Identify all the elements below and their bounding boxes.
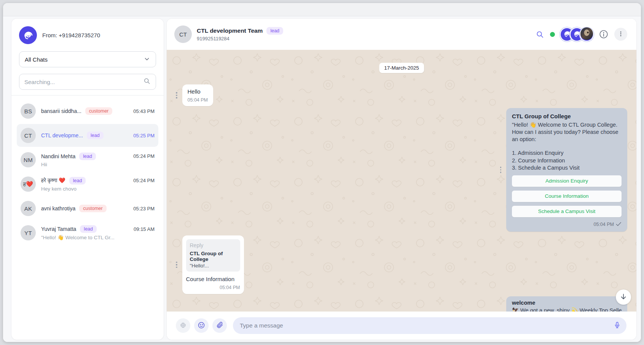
attach-file-button[interactable] [212,318,227,333]
admission-enquiry-button[interactable]: Admission Enquiry [512,175,622,187]
message-hello: Hello 05:04 PM [174,84,213,106]
chat-row-ctl-development[interactable]: CT CTL developme... lead 05:25 PM [17,124,158,147]
chat-panel: CT CTL development Team lead 91992511928… [167,19,636,340]
message-college-card: CTL Group of College "Hello! 👋 Welcome t… [499,108,628,232]
avatar: YT [21,225,36,240]
chat-header-actions [536,28,627,41]
message-text: Hello [188,88,208,95]
sidebar: From: +919428735270 All Chats BS [11,19,164,340]
outgoing-card-bubble: CTL Group of College "Hello! 👋 Welcome t… [506,108,627,232]
customer-badge: customer [85,107,112,115]
chat-preview: Hii [41,162,155,167]
chat-time: 05:25 PM [133,133,155,138]
chat-title: CTL development Team [197,27,263,34]
app-logo [19,26,37,44]
search-box [19,74,156,90]
message-input[interactable] [240,322,613,329]
message-time: 05:04 PM [186,285,240,290]
message-options-icon[interactable] [499,165,503,175]
template-message-button[interactable] [176,318,190,333]
incoming-reply-bubble: Reply CTL Group of College "Hello!... Co… [182,235,244,294]
card-title: CTL Group of College [512,113,622,119]
lead-badge: lead [266,27,283,35]
message-options-icon[interactable] [174,260,179,270]
voice-record-button[interactable] [613,321,621,330]
message-time: 05:04 PM [593,222,614,227]
chat-row-hare-krishna[interactable]: ह❤️ हरे कृष्णा ❤️ lead 05:24 PM Hey kem … [17,173,158,196]
search-icon [143,77,151,86]
smiley-icon [197,321,206,331]
avatar: CT [21,128,36,143]
chat-name: Nandini Mehta [41,153,75,159]
lead-badge: lead [69,177,86,184]
card-option-3: 3. Schedule a Campus Visit [512,164,622,172]
quoted-message[interactable]: Reply CTL Group of College "Hello!... [186,239,240,272]
message-options-icon[interactable] [174,91,179,100]
message-time: 05:04 PM [188,97,208,103]
composer-bar [167,312,636,340]
chat-name: bansarii siddha... [41,108,81,114]
search-input[interactable] [24,79,143,85]
arrow-down-icon [620,293,627,302]
chat-phone-number: 919925119284 [197,36,283,41]
chat-header: CT CTL development Team lead 91992511928… [167,19,636,50]
lead-badge: lead [87,132,104,139]
incoming-bubble: Hello 05:04 PM [182,84,214,106]
kebab-menu-icon [617,30,624,38]
chat-time: 05:43 PM [133,108,155,114]
message-welcome-partial: welcome 🦅 We got a new, shiny 💫 Weekly T… [506,296,627,312]
quoted-title: CTL Group of College [190,251,236,262]
course-information-button[interactable]: Course Information [512,191,622,202]
maximize-window-button[interactable] [26,7,31,12]
chat-time: 05:23 PM [133,206,155,211]
message-title: welcome [512,300,622,306]
scroll-to-bottom-button[interactable] [616,289,631,305]
avatar: ह❤️ [21,176,36,192]
agent-avatar-photo[interactable] [580,28,593,41]
headset-agent-icon [22,29,34,42]
window-titlebar [3,3,641,16]
app-window: From: +919428735270 All Chats BS [3,3,641,342]
avatar: NM [21,152,36,167]
chat-name: हरे कृष्णा ❤️ [41,177,65,184]
chat-menu-button[interactable] [614,28,627,41]
chat-row-bansarii[interactable]: BS bansarii siddha... customer 05:43 PM [17,100,158,122]
chat-time: 05:24 PM [133,178,155,183]
emoji-picker-button[interactable] [194,318,209,333]
agent-avatar-stack [561,28,593,41]
avatar: BS [21,103,36,119]
date-separator: 17-March-2025 [379,63,424,73]
message-input-container [233,317,626,334]
chat-row-yuvraj[interactable]: YT Yuvraj Tamatta lead 09:15 AM "Hello! … [17,221,158,244]
search-in-chat-button[interactable] [536,30,544,39]
chat-preview: "Hello! 👋 Welcome to CTL Gr... [41,234,155,240]
headset-agent-icon [563,29,571,39]
chevron-down-icon [143,56,150,64]
chat-filter-select[interactable]: All Chats [19,51,156,67]
microphone-icon [613,321,621,330]
chat-name: CTL developme... [41,132,83,138]
reply-label: Reply [190,242,236,248]
from-number-label: From: +919428735270 [42,32,100,38]
delivered-check-icon [616,222,622,227]
chat-time: 05:24 PM [133,153,155,159]
chat-row-avni[interactable]: AK avni kathrotiya customer 05:23 PM [17,197,158,220]
info-button[interactable] [599,29,609,39]
chat-preview: Hey kem chovo [41,186,155,192]
avatar: AK [21,201,36,216]
chat-time: 09:15 AM [134,226,155,232]
chat-row-nandini[interactable]: NM Nandini Mehta lead 05:24 PM Hii [17,148,158,171]
headset-agent-icon [573,29,581,39]
card-body-text: "Hello! 👋 Welcome to CTL Group College. … [512,121,622,143]
minimize-window-button[interactable] [18,7,23,12]
online-status-dot [550,32,555,37]
card-option-2: 2. Course Information [512,157,622,164]
close-window-button[interactable] [10,7,14,12]
message-text: 🦅 We got a new, shiny 💫 Weekly Top Selle… [512,307,622,312]
message-area: 17-March-2025 Hello 05:04 PM CTL Group o… [167,50,636,312]
chat-name: Yuvraj Tamatta [41,226,76,232]
chat-list: BS bansarii siddha... customer 05:43 PM … [11,95,164,244]
schedule-campus-visit-button[interactable]: Schedule a Campus Visit [512,206,622,217]
sidebar-header: From: +919428735270 [11,19,164,44]
chat-name: avni kathrotiya [41,205,75,211]
